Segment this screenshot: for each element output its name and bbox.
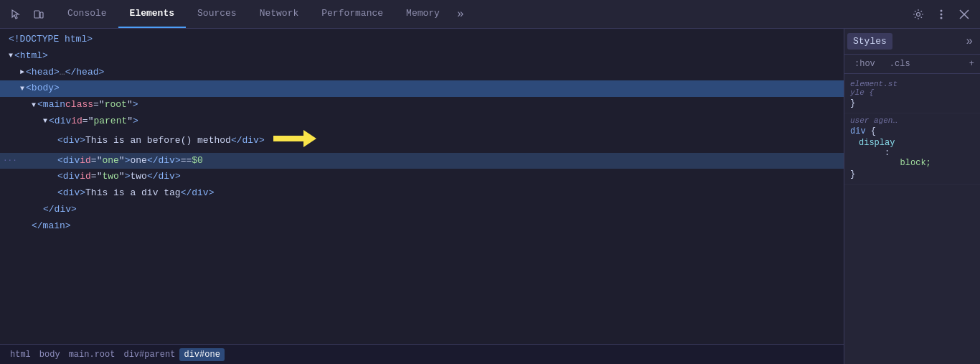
dom-line-doctype[interactable]: <!DOCTYPE html> <box>0 32 844 48</box>
useragent-display-rule: display : block; <box>850 138 974 168</box>
device-icon[interactable] <box>29 4 49 24</box>
styles-panel: Styles » :hov .cls + element.style { } u… <box>844 29 980 364</box>
breadcrumb-main-root[interactable]: main.root <box>65 348 120 361</box>
tab-network[interactable]: Network <box>248 0 311 28</box>
toolbar-icons <box>6 4 49 24</box>
breadcrumb-html[interactable]: html <box>6 348 35 361</box>
svg-point-3 <box>941 9 943 11</box>
breadcrumb-body[interactable]: body <box>35 348 65 361</box>
plus-filter-btn[interactable]: + <box>969 59 974 69</box>
useragent-close: } <box>850 169 974 179</box>
styles-tabs: Styles » <box>844 29 980 55</box>
close-button[interactable] <box>954 4 974 24</box>
yellow-arrow-icon <box>273 131 316 146</box>
styles-filter-row: :hov .cls + <box>844 55 980 74</box>
tab-elements[interactable]: Elements <box>118 0 186 28</box>
before-arrow-annotation <box>273 131 316 152</box>
hov-filter-btn[interactable]: :hov <box>850 57 880 70</box>
svg-point-5 <box>941 17 943 19</box>
more-button[interactable] <box>931 4 951 24</box>
tab-styles[interactable]: Styles <box>847 33 892 50</box>
useragent-source: user agen… <box>850 116 974 125</box>
tab-memory[interactable]: Memory <box>395 0 451 28</box>
parent-collapse-arrow[interactable]: ▼ <box>43 116 47 127</box>
dom-line-head[interactable]: ► <head>…</head> <box>0 65 844 81</box>
svg-point-4 <box>941 13 943 15</box>
element-style-close: } <box>850 98 974 108</box>
svg-point-2 <box>917 12 920 16</box>
dom-line-div-parent[interactable]: ▼ <div id="parent" > <box>0 113 844 130</box>
dom-line-div-one[interactable]: ··· <div id="one" >one</div> == $0 <box>0 153 844 169</box>
element-style-source: element.style { <box>850 80 974 97</box>
tab-sources[interactable]: Sources <box>186 0 248 28</box>
html-collapse-arrow[interactable]: ▼ <box>9 50 13 62</box>
head-collapse-arrow[interactable]: ► <box>20 67 24 78</box>
style-section-useragent: user agen… div { display : block; } <box>844 113 980 185</box>
cls-filter-btn[interactable]: .cls <box>885 57 915 70</box>
useragent-selector: div { <box>850 126 974 136</box>
dom-line-div-close[interactable]: </div> <box>0 202 844 218</box>
breadcrumb-bar: html body main.root div#parent div#one <box>0 344 844 364</box>
toolbar-right <box>908 4 974 24</box>
style-section-element: element.style { } <box>844 77 980 113</box>
settings-button[interactable] <box>908 4 928 24</box>
tab-overflow[interactable]: » <box>451 8 470 21</box>
dom-line-body[interactable]: ▼ <body> <box>0 80 844 97</box>
dom-line-main[interactable]: ▼ <main class="root" > <box>0 97 844 113</box>
tab-styles-overflow[interactable]: » <box>961 34 977 50</box>
styles-content: element.style { } user agen… div { displ… <box>844 74 980 364</box>
tab-console[interactable]: Console <box>56 0 118 28</box>
tab-performance[interactable]: Performance <box>310 0 395 28</box>
devtools-tabs: Console Elements Sources Network Perform… <box>56 0 907 28</box>
dom-line-div-two[interactable]: <div id="two" >two</div> <box>0 169 844 185</box>
breadcrumb-div-parent[interactable]: div#parent <box>119 348 179 361</box>
dom-content[interactable]: <!DOCTYPE html> ▼ <html> ► <head>…</head… <box>0 29 844 344</box>
dom-panel: <!DOCTYPE html> ▼ <html> ► <head>…</head… <box>0 29 844 364</box>
dom-line-main-close[interactable]: </main> <box>0 218 844 235</box>
dom-line-dots: ··· <box>3 154 17 167</box>
dom-line-html[interactable]: ▼ <html> <box>0 48 844 65</box>
cursor-icon[interactable] <box>6 4 26 24</box>
devtools-main: <!DOCTYPE html> ▼ <html> ► <head>…</head… <box>0 29 980 364</box>
breadcrumb-div-one[interactable]: div#one <box>179 348 224 361</box>
body-collapse-arrow[interactable]: ▼ <box>20 83 24 95</box>
svg-rect-0 <box>34 11 39 18</box>
dom-line-div-tag[interactable]: <div>This is a div tag</div> <box>0 185 844 202</box>
svg-rect-1 <box>40 12 43 18</box>
devtools-toolbar: Console Elements Sources Network Perform… <box>0 0 980 29</box>
main-collapse-arrow[interactable]: ▼ <box>32 100 36 111</box>
dom-line-div-before[interactable]: <div>This is an before() method</div> <box>0 130 844 153</box>
